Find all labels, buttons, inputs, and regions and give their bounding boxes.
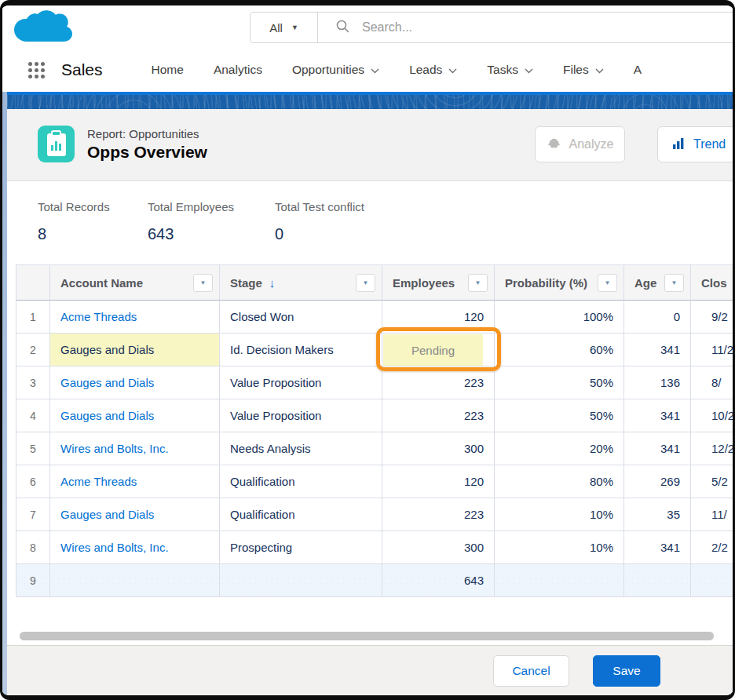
trend-button-label: Trend	[693, 137, 726, 151]
cell-employees[interactable]: 223	[382, 366, 495, 399]
nav-item-tasks[interactable]: Tasks	[487, 63, 533, 77]
total-metric: Total Test conflict0	[275, 200, 364, 264]
column-header-account-name[interactable]: Account Name▼	[50, 264, 220, 301]
cell-probability[interactable]: 20%	[495, 432, 624, 465]
cell-account-name[interactable]: Acme Threads	[50, 301, 220, 334]
column-header-stage[interactable]: Stage↓▼	[220, 264, 382, 301]
cell-employees[interactable]: 643	[382, 564, 495, 597]
column-label: Account Name	[60, 276, 143, 290]
column-header-clos[interactable]: Clos	[691, 264, 735, 301]
cell-close-date[interactable]: 5/2	[691, 465, 735, 498]
cell-close-date[interactable]: 11/2	[691, 334, 735, 366]
cell-age[interactable]: 136	[624, 366, 691, 399]
table-row: 8Wires and Bolts, Inc.Prospecting30010%3…	[16, 531, 735, 564]
cell-age[interactable]: 0	[624, 301, 691, 334]
cell-account-name[interactable]: Gauges and Dials	[50, 334, 220, 366]
report-totals: Total Records8Total Employees643Total Te…	[2, 181, 733, 264]
total-label: Total Employees	[148, 200, 275, 213]
cell-age[interactable]: 341	[624, 334, 691, 366]
column-filter-button[interactable]: ▼	[468, 274, 488, 292]
report-table: Account Name▼Stage↓▼Employees▼Probabilit…	[16, 264, 735, 597]
report-icon	[38, 126, 75, 162]
cell-close-date	[691, 564, 735, 597]
row-number: 4	[16, 399, 50, 432]
cell-stage[interactable]: Qualification	[220, 498, 382, 531]
cell-probability[interactable]: 10%	[495, 498, 624, 531]
nav-item-leads[interactable]: Leads	[409, 63, 457, 77]
cell-age[interactable]: 341	[624, 432, 691, 465]
search-input[interactable]	[360, 20, 733, 35]
cell-stage[interactable]: Value Proposition	[220, 366, 382, 399]
cell-employees[interactable]: 120	[382, 465, 495, 498]
cell-employees[interactable]: 300	[382, 432, 495, 465]
total-label: Total Records	[38, 200, 148, 213]
cell-account-name[interactable]: Wires and Bolts, Inc.	[50, 432, 220, 465]
cell-account-name[interactable]: Acme Threads	[50, 465, 220, 498]
einstein-analyze-icon	[547, 136, 561, 154]
table-row: 4Gauges and DialsValue Proposition22350%…	[16, 399, 735, 432]
column-header-probability-[interactable]: Probability (%)▼	[495, 264, 624, 301]
row-number: 8	[16, 531, 50, 564]
cell-age[interactable]: 341	[624, 399, 691, 432]
total-value: 0	[275, 225, 364, 243]
cell-close-date[interactable]: 8/	[691, 366, 735, 399]
nav-item-home[interactable]: Home	[152, 63, 184, 77]
chevron-down-icon	[448, 63, 457, 77]
column-label: Employees	[393, 276, 455, 290]
horizontal-scrollbar[interactable]	[20, 632, 714, 640]
column-header-employees[interactable]: Employees▼	[382, 264, 495, 301]
cell-account-name[interactable]: Wires and Bolts, Inc.	[50, 531, 220, 564]
cell-account-name	[50, 564, 220, 597]
cancel-button[interactable]: Cancel	[493, 655, 569, 687]
cell-stage[interactable]: Id. Decision Makers	[220, 334, 382, 366]
cell-probability[interactable]: 50%	[495, 399, 624, 432]
save-button[interactable]: Save	[593, 655, 660, 687]
column-filter-button[interactable]: ▼	[664, 274, 684, 292]
trend-button[interactable]: Trend	[657, 126, 735, 162]
cell-stage[interactable]: Prospecting	[220, 531, 382, 564]
cell-probability[interactable]: 60%	[495, 334, 624, 366]
search-scope-dropdown[interactable]: All ▼	[250, 13, 318, 42]
app-launcher-icon[interactable]	[28, 62, 45, 78]
cell-close-date[interactable]: 2/2	[691, 531, 735, 564]
cell-stage[interactable]: Needs Analysis	[220, 432, 382, 465]
column-filter-button[interactable]: ▼	[356, 274, 375, 292]
nav-item-label: Files	[563, 63, 589, 77]
cell-account-name[interactable]: Gauges and Dials	[50, 399, 220, 432]
cell-age[interactable]: 341	[624, 531, 691, 564]
cell-stage[interactable]: Closed Won	[220, 301, 382, 334]
cell-close-date[interactable]: 12/2	[691, 432, 735, 465]
cell-employees[interactable]: 223	[382, 399, 495, 432]
cell-account-name[interactable]: Gauges and Dials	[50, 498, 220, 531]
total-value: 8	[38, 225, 148, 243]
cell-employees[interactable]: 120	[382, 301, 495, 334]
cell-close-date[interactable]: 11/	[691, 498, 735, 531]
total-value: 643	[148, 225, 275, 243]
nav-item-opportunities[interactable]: Opportunities	[292, 63, 379, 77]
cell-probability[interactable]: 80%	[495, 465, 624, 498]
cell-account-name[interactable]: Gauges and Dials	[50, 366, 220, 399]
nav-item-label: Tasks	[487, 63, 518, 77]
brand-band	[2, 92, 733, 109]
cell-close-date[interactable]: 9/2	[691, 301, 735, 334]
table-row: 3Gauges and DialsValue Proposition22350%…	[16, 366, 735, 399]
analyze-button[interactable]: Analyze	[535, 126, 625, 162]
cell-employees-pending[interactable]: Pending	[382, 334, 495, 366]
cell-probability[interactable]: 100%	[495, 301, 624, 334]
column-header-age[interactable]: Age▼	[624, 264, 691, 301]
nav-item-files[interactable]: Files	[563, 63, 604, 77]
nav-item-analytics[interactable]: Analytics	[214, 63, 262, 77]
cell-stage[interactable]: Value Proposition	[220, 399, 382, 432]
cell-age[interactable]: 35	[624, 498, 691, 531]
cell-probability[interactable]: 10%	[495, 531, 624, 564]
nav-item-a[interactable]: A	[634, 63, 642, 77]
total-metric: Total Records8	[38, 200, 148, 264]
cell-stage[interactable]: Qualification	[220, 465, 382, 498]
cell-employees[interactable]: 223	[382, 498, 495, 531]
column-filter-button[interactable]: ▼	[193, 274, 213, 292]
cell-close-date[interactable]: 10/2	[691, 399, 735, 432]
cell-age[interactable]: 269	[624, 465, 691, 498]
cell-probability[interactable]: 50%	[495, 366, 624, 399]
column-filter-button[interactable]: ▼	[598, 274, 617, 292]
cell-employees[interactable]: 300	[382, 531, 495, 564]
